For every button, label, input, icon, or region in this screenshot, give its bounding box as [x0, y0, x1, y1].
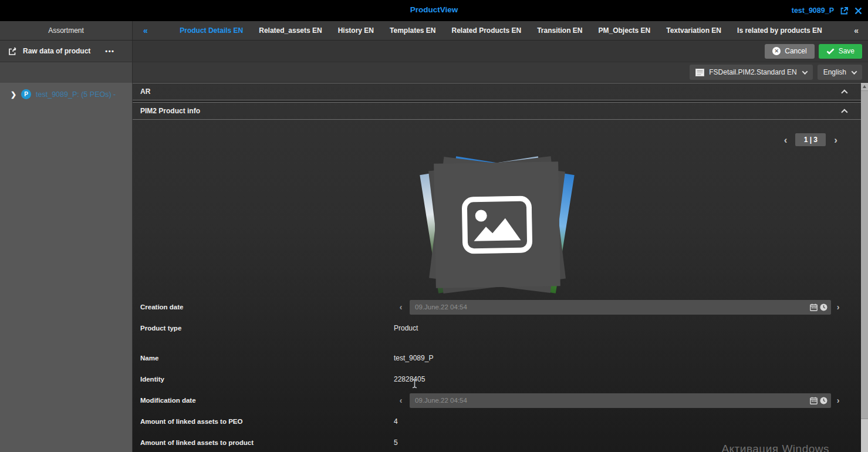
- section-header-product-info[interactable]: PIM2 Product info: [133, 102, 861, 120]
- app-title: ProductView: [0, 5, 868, 14]
- form-toolbar: ✕ Cancel Save: [133, 41, 868, 62]
- language-select-value: English: [823, 68, 846, 76]
- tab-row: Assortment « Product Details EN Related_…: [0, 21, 868, 41]
- tab-pm-objects[interactable]: PM_Objects EN: [599, 26, 651, 35]
- vertical-scrollbar[interactable]: [861, 83, 868, 452]
- field-label: Identity: [133, 376, 394, 383]
- expand-node-icon[interactable]: ❯: [11, 90, 16, 99]
- date-next-icon[interactable]: ›: [835, 396, 842, 404]
- tab-textvariation[interactable]: Textvariation EN: [666, 26, 721, 35]
- date-input-icons: [810, 303, 828, 311]
- view-controls: FSDetail.PIM2.Standard EN English: [133, 62, 868, 83]
- assortment-title: Assortment: [48, 26, 84, 35]
- modification-date-value: 09.June.22 04:54: [415, 397, 810, 404]
- layout-select[interactable]: FSDetail.PIM2.Standard EN: [690, 65, 812, 80]
- chevron-down-icon: [852, 69, 857, 75]
- view-controls-row: FSDetail.PIM2.Standard EN English: [0, 62, 868, 83]
- text-cursor-icon: [411, 379, 418, 390]
- tab-related-products[interactable]: Related Products EN: [451, 26, 521, 35]
- more-options-icon[interactable]: •••: [105, 48, 114, 55]
- raw-data-label: Raw data of product: [23, 47, 90, 55]
- field-label: Product type: [133, 325, 394, 332]
- field-spacer: [133, 339, 861, 348]
- title-bar: ProductView test_9089_P: [0, 0, 868, 21]
- calendar-icon[interactable]: [810, 397, 818, 404]
- title-bar-right: test_9089_P: [792, 0, 862, 21]
- tab-list: Product Details EN Related_assets EN His…: [148, 26, 854, 35]
- layout-select-value: FSDetail.PIM2.Standard EN: [709, 68, 796, 76]
- scrollbar-thumb[interactable]: [861, 90, 868, 419]
- tab-bar: « Product Details EN Related_assets EN H…: [133, 21, 868, 40]
- check-icon: [826, 48, 835, 55]
- field-label: Amount of linked assets to PEO: [133, 418, 394, 425]
- close-icon[interactable]: [855, 7, 862, 15]
- calendar-icon[interactable]: [810, 303, 818, 311]
- identity-text: 22828405: [394, 375, 425, 383]
- date-prev-icon[interactable]: ‹: [397, 303, 404, 311]
- field-label: Name: [133, 355, 394, 362]
- tab-templates[interactable]: Templates EN: [390, 26, 435, 35]
- field-modification-date: Modification date ‹ 09.June.22 04:54: [133, 390, 861, 411]
- section-ar-title: AR: [140, 87, 150, 96]
- save-label: Save: [839, 47, 855, 55]
- creation-date-control: ‹ 09.June.22 04:54: [394, 300, 861, 315]
- cancel-label: Cancel: [785, 47, 806, 55]
- field-creation-date: Creation date ‹ 09.June.22 04:54: [133, 296, 861, 318]
- identity-value: 22828405: [394, 375, 425, 383]
- product-image-stack[interactable]: [427, 153, 568, 296]
- content-area: ❯ P test_9089_P: (5 PEOs) - AR PIM2 Prod…: [0, 83, 868, 452]
- field-identity: Identity 22828405: [133, 369, 861, 390]
- tab-is-related-by-products[interactable]: Is related by products EN: [737, 26, 822, 35]
- save-button[interactable]: Save: [819, 44, 862, 59]
- product-type-value: Product: [394, 324, 418, 332]
- chevron-down-icon: [802, 69, 808, 75]
- language-select[interactable]: English: [818, 65, 862, 80]
- date-next-icon[interactable]: ›: [835, 303, 842, 311]
- productview-window: ProductView test_9089_P Assortment «: [0, 0, 868, 452]
- sidebar-spacer: [0, 62, 133, 83]
- scroll-up-arrow-icon: [863, 85, 866, 88]
- section-header-ar[interactable]: AR: [133, 83, 861, 100]
- creation-date-value: 09.June.22 04:54: [415, 303, 810, 311]
- clock-icon[interactable]: [820, 397, 828, 404]
- tab-product-details[interactable]: Product Details EN: [180, 26, 243, 35]
- tab-transition[interactable]: Transition EN: [537, 26, 582, 35]
- field-product-type: Product type Product: [133, 318, 861, 339]
- layout-icon: [695, 69, 704, 76]
- collapse-section-icon[interactable]: [841, 109, 847, 115]
- scroll-up-button[interactable]: [861, 83, 868, 90]
- creation-date-input[interactable]: 09.June.22 04:54: [410, 300, 831, 315]
- clock-icon[interactable]: [820, 303, 828, 311]
- product-details-panel: AR PIM2 Product info ‹ 1 | 3 ›: [133, 83, 861, 452]
- export-icon: [8, 47, 18, 56]
- tree-item-product[interactable]: ❯ P test_9089_P: (5 PEOs) -: [0, 89, 132, 99]
- collapse-tabs-right-icon[interactable]: «: [854, 26, 868, 35]
- linked-assets-peo-value: 4: [394, 417, 398, 426]
- pager-prev-icon[interactable]: ‹: [784, 135, 788, 145]
- image-placeholder-icon: [461, 195, 533, 254]
- cancel-x-icon: ✕: [772, 47, 781, 55]
- field-label: Modification date: [133, 397, 394, 404]
- assortment-tree: ❯ P test_9089_P: (5 PEOs) -: [0, 83, 133, 452]
- page-indicator: 1 | 3: [795, 133, 826, 146]
- action-row: Raw data of product ••• ✕ Cancel Save: [0, 41, 868, 62]
- modification-date-control: ‹ 09.June.22 04:54: [394, 393, 861, 408]
- tab-related-assets[interactable]: Related_assets EN: [259, 26, 322, 35]
- image-placeholder-card: [434, 161, 560, 288]
- tree-item-label: test_9089_P: (5 PEOs) -: [36, 90, 116, 99]
- field-name: Name test_9089_P: [133, 348, 861, 369]
- open-external-icon[interactable]: [840, 6, 849, 15]
- cancel-button[interactable]: ✕ Cancel: [765, 44, 814, 59]
- modification-date-input[interactable]: 09.June.22 04:54: [410, 393, 831, 408]
- raw-data-entry[interactable]: Raw data of product •••: [0, 41, 133, 62]
- field-linked-assets-peo: Amount of linked assets to PEO 4: [133, 411, 861, 432]
- windows-activation-watermark: Активация Windows: [721, 443, 829, 452]
- linked-assets-product-value: 5: [394, 438, 398, 447]
- date-prev-icon[interactable]: ‹: [397, 396, 404, 404]
- field-label: Amount of linked assets to product: [133, 439, 394, 446]
- collapse-tabs-left-icon[interactable]: «: [133, 26, 148, 35]
- tab-history[interactable]: History EN: [338, 26, 374, 35]
- image-pager: ‹ 1 | 3 ›: [784, 133, 837, 146]
- pager-next-icon[interactable]: ›: [834, 135, 837, 145]
- collapse-section-icon[interactable]: [841, 89, 847, 96]
